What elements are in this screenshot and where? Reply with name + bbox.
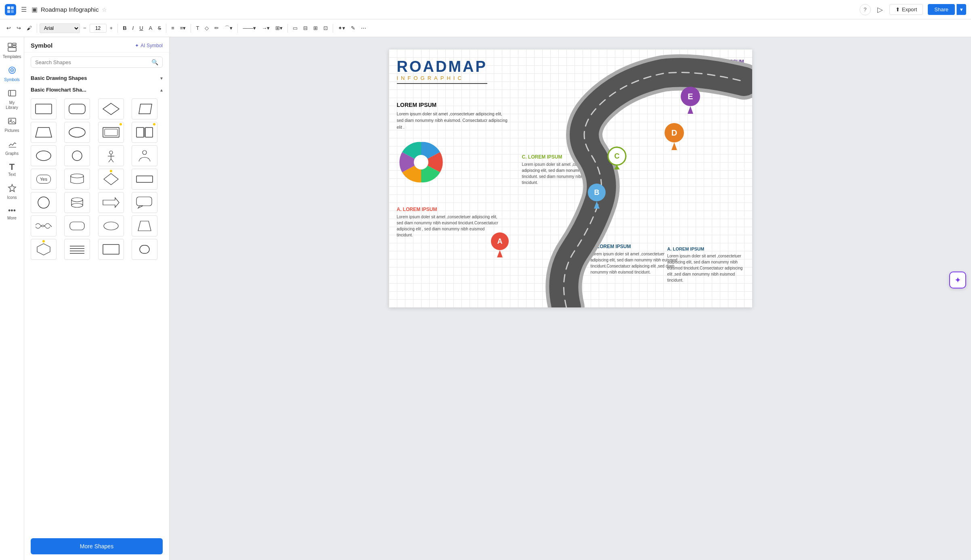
shape-cylinder2[interactable]: [64, 192, 90, 213]
edit-button[interactable]: ✎: [348, 23, 358, 33]
shape-internal-rect[interactable]: [98, 122, 124, 143]
connector-button[interactable]: ⌒▾: [222, 23, 235, 33]
shape-lines[interactable]: [64, 239, 90, 260]
svg-marker-44: [103, 198, 119, 207]
group-button[interactable]: ⊟: [301, 23, 310, 33]
shape-book[interactable]: [132, 122, 157, 143]
shape-trapezoid[interactable]: [31, 122, 57, 143]
shape-button[interactable]: ◇: [202, 23, 211, 33]
shape-trapezoid2[interactable]: [132, 215, 157, 236]
symbols-icon: [8, 66, 17, 77]
draw-button[interactable]: ✏: [212, 23, 221, 33]
strikethrough-button[interactable]: S̶: [155, 23, 164, 33]
share-label: Share: [934, 6, 948, 13]
symbol-panel-header: Symbol ✦ AI Symbol: [24, 37, 169, 52]
sidebar-item-symbols[interactable]: Symbols: [2, 63, 23, 85]
hamburger-button[interactable]: ☰: [19, 4, 28, 15]
share-dropdown-button[interactable]: ▾: [956, 4, 966, 15]
font-size-input[interactable]: [90, 24, 107, 33]
shape-yes-button[interactable]: Yes: [31, 169, 57, 190]
section2-arrow-icon: ▴: [160, 87, 163, 93]
underline-button[interactable]: U: [137, 23, 145, 33]
shape-oval2[interactable]: [98, 215, 124, 236]
sidebar-item-graphs[interactable]: Graphs: [2, 137, 23, 159]
undo-button[interactable]: ↩: [4, 23, 13, 33]
font-size-decrease[interactable]: −: [81, 23, 89, 33]
paint-button[interactable]: 🖌: [24, 23, 34, 33]
shape-rounded-rect[interactable]: [64, 98, 90, 119]
shape-rect3[interactable]: [98, 239, 124, 260]
svg-text:B: B: [594, 188, 599, 196]
share-button[interactable]: Share: [928, 4, 955, 15]
arrow-style-button[interactable]: →▾: [259, 23, 272, 33]
sidebar-item-pictures[interactable]: Pictures: [2, 114, 23, 136]
crop-button[interactable]: ⊡: [321, 23, 330, 33]
app-logo[interactable]: [5, 4, 16, 15]
shape-diamond[interactable]: [98, 98, 124, 119]
font-selector[interactable]: ArialTimes New RomanHelvetica: [40, 23, 80, 33]
more-tools-button[interactable]: ⋯: [359, 23, 369, 33]
font-color-button[interactable]: A: [147, 23, 155, 33]
shape-arrow-right[interactable]: [98, 192, 124, 213]
shape-circle2[interactable]: [31, 192, 57, 213]
shape-bust[interactable]: [132, 145, 157, 166]
sidebar-label-templates: Templates: [3, 54, 21, 59]
play-button[interactable]: ▷: [876, 4, 885, 16]
align-button[interactable]: ≡: [169, 23, 177, 33]
align2-button[interactable]: ≡▾: [178, 23, 189, 33]
symbol-panel-title: Symbol: [31, 42, 52, 49]
basic-flowchart-section-header[interactable]: Basic Flowchart Sha... ▴: [24, 84, 169, 95]
arrange-button[interactable]: ⊞: [311, 23, 320, 33]
sidebar-label-icons: Icons: [7, 195, 17, 200]
main-area: Templates Symbols My Library Pictures Gr…: [0, 37, 971, 560]
pin-a: A: [490, 231, 510, 259]
shape-wide-rect[interactable]: [132, 169, 157, 190]
sidebar-item-more[interactable]: ••• More: [2, 204, 23, 223]
font-size-increase[interactable]: +: [107, 23, 115, 33]
shape-parallelogram[interactable]: [132, 98, 157, 119]
graphs-icon: [8, 140, 17, 150]
favorite-icon[interactable]: ☆: [102, 6, 107, 13]
frame-button[interactable]: ▭: [290, 23, 300, 33]
canvas-area[interactable]: ROADMAP INFOGRAPHIC LOREM IPSUM Lorem ip…: [170, 37, 971, 560]
sidebar-label-more: More: [7, 216, 17, 221]
shape-cylinder[interactable]: [64, 169, 90, 190]
redo-button[interactable]: ↪: [14, 23, 23, 33]
italic-button[interactable]: I: [130, 23, 136, 33]
share-button-group: Share ▾: [928, 4, 966, 15]
shape-ellipse[interactable]: [64, 122, 90, 143]
border-style-button[interactable]: ⊞▾: [273, 23, 285, 33]
svg-line-32: [111, 159, 113, 162]
shape-hexagon[interactable]: [31, 239, 57, 260]
shape-oval[interactable]: [31, 145, 57, 166]
sidebar-item-text[interactable]: T Text: [2, 160, 23, 180]
doc-title: Roadmap Infographic: [41, 6, 99, 13]
basic-drawing-section-header[interactable]: Basic Drawing Shapes ▾: [24, 72, 169, 84]
sidebar-item-templates[interactable]: Templates: [2, 40, 23, 62]
shape-person[interactable]: [98, 145, 124, 166]
bold-button[interactable]: B: [120, 23, 129, 33]
shape-rectangle[interactable]: [31, 98, 57, 119]
svg-rect-12: [8, 118, 16, 124]
svg-point-20: [69, 127, 85, 137]
search-input[interactable]: [35, 59, 149, 65]
section1-arrow-icon: ▾: [160, 75, 163, 81]
sidebar-item-icons[interactable]: Icons: [2, 181, 23, 203]
shape-rounded-rect2[interactable]: [64, 215, 90, 236]
export-button[interactable]: ⬆ Export: [889, 4, 923, 15]
shape-circle[interactable]: [64, 145, 90, 166]
sidebar-item-my-library[interactable]: My Library: [2, 86, 23, 113]
more-shapes-button[interactable]: More Shapes: [31, 538, 163, 554]
help-button[interactable]: ?: [860, 4, 871, 15]
topbar-right: ? ▷ ⬆ Export Share ▾: [860, 4, 966, 16]
ai-panel-button[interactable]: ✦: [949, 272, 966, 288]
line-style-button[interactable]: ——▾: [240, 23, 258, 33]
svg-point-28: [109, 151, 113, 154]
text-button[interactable]: T: [193, 23, 201, 33]
shape-speech-bubble[interactable]: [132, 192, 157, 213]
ai-symbol-button[interactable]: ✦ AI Symbol: [135, 43, 163, 48]
shape-rounded-diamond[interactable]: [98, 169, 124, 190]
shape-stadium[interactable]: [132, 239, 157, 260]
shape-wavy[interactable]: [31, 215, 57, 236]
effects-button[interactable]: ✦▾: [336, 23, 348, 33]
